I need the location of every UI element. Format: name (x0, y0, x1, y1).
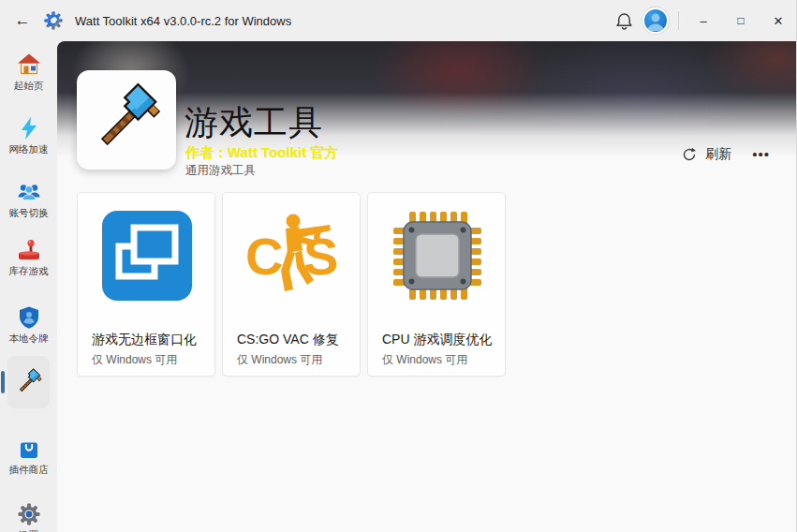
titlebar-divider (678, 11, 679, 30)
csgo-logo-icon: C S (245, 209, 339, 303)
sidebar-item-label: 本地令牌 (9, 332, 49, 346)
sidebar: 起始页 网络加速 账号切换 (0, 41, 57, 532)
tool-card-csgo-vac-fix[interactable]: C S CS:GO VAC 修复 仅 Windows 可用 (222, 192, 361, 377)
app-gear-icon (43, 10, 64, 31)
titlebar[interactable]: ← Watt Toolkit x64 v3.0.0-rc.2 for Windo… (0, 0, 797, 41)
tool-collection-icon-card (77, 70, 176, 170)
tool-title: CPU 游戏调度优化 (382, 332, 492, 348)
sidebar-item-gametools-selected[interactable] (7, 356, 50, 408)
bell-icon (614, 11, 634, 31)
notifications-button[interactable] (609, 6, 639, 36)
refresh-button[interactable]: 刷新 (682, 146, 731, 163)
sidebar-item-label: 库存游戏 (9, 265, 49, 278)
cpu-chip-icon (391, 209, 484, 303)
header-actions: 刷新 ••• (682, 144, 774, 164)
sidebar-item-settings[interactable]: 设置 (0, 502, 57, 532)
csgo-letter-c: C (245, 227, 283, 286)
sidebar-item-home[interactable]: 起始页 (0, 52, 57, 93)
sidebar-item-authenticator[interactable]: 本地令牌 (0, 305, 57, 346)
tool-card-borderless-window[interactable]: 游戏无边框窗口化 仅 Windows 可用 (77, 192, 215, 377)
tool-title: 游戏无边框窗口化 (92, 332, 197, 348)
refresh-icon (682, 147, 697, 162)
refresh-label: 刷新 (705, 146, 731, 163)
shield-icon (17, 305, 41, 330)
close-button[interactable]: ✕ (760, 5, 797, 37)
tool-availability: 仅 Windows 可用 (382, 352, 467, 368)
joystick-icon (17, 238, 41, 262)
sidebar-item-label: 网络加速 (9, 143, 49, 156)
pixel-axe-icon (15, 368, 43, 396)
page-title: 游戏工具 (184, 100, 323, 146)
author-line: 作者：Watt Toolkit 官方 (185, 144, 338, 162)
pixel-axe-icon (89, 82, 164, 157)
sidebar-item-library[interactable]: 库存游戏 (0, 238, 57, 278)
maximize-button[interactable]: □ (722, 5, 760, 37)
borderless-window-icon (100, 209, 194, 303)
gear-icon (17, 502, 41, 526)
tool-card-cpu-scheduler[interactable]: CPU 游戏调度优化 仅 Windows 可用 (367, 192, 506, 377)
tool-availability: 仅 Windows 可用 (92, 352, 177, 368)
window-title: Watt Toolkit x64 v3.0.0-rc.2 for Windows (75, 14, 609, 28)
watt-toolkit-window: { "window": { "title": "Watt Toolkit x64… (0, 0, 797, 532)
sidebar-item-label: 插件商店 (9, 464, 49, 477)
sidebar-item-accounts[interactable]: 账号切换 (0, 180, 57, 220)
lightning-icon (17, 116, 41, 140)
more-options-button[interactable]: ••• (748, 144, 774, 164)
content-pane: 游戏工具 作者：Watt Toolkit 官方 通用游戏工具 刷新 ••• (57, 41, 796, 532)
sidebar-item-label: 起始页 (14, 80, 44, 93)
minimize-button[interactable]: – (685, 5, 722, 37)
avatar[interactable] (642, 7, 669, 34)
users-icon (17, 180, 41, 204)
home-icon (17, 52, 41, 77)
back-button[interactable]: ← (7, 6, 37, 36)
tool-card-list: 游戏无边框窗口化 仅 Windows 可用 C S CS:GO VAC 修复 仅… (77, 192, 506, 377)
sidebar-item-label: 账号切换 (9, 207, 49, 220)
selected-indicator (1, 371, 5, 393)
page-description: 通用游戏工具 (185, 163, 256, 179)
sidebar-item-plugin-store[interactable]: 插件商店 (0, 436, 57, 477)
sidebar-item-accelerator[interactable]: 网络加速 (0, 116, 57, 156)
store-bag-icon (17, 436, 41, 461)
tool-availability: 仅 Windows 可用 (237, 352, 322, 368)
tool-title: CS:GO VAC 修复 (237, 332, 339, 348)
